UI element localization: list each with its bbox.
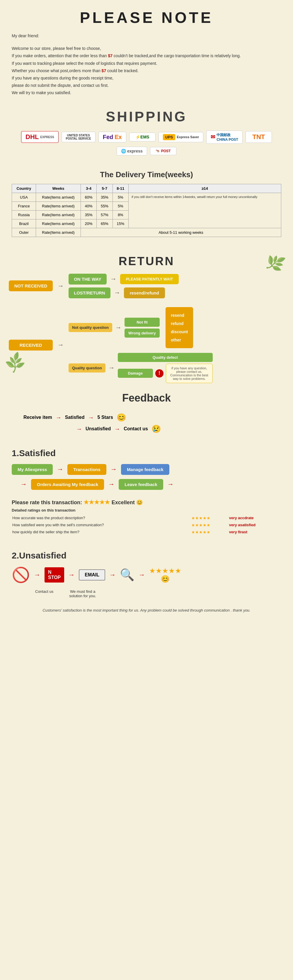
- delivery-table: Country Weeks 3-4 5-7 8-11 ≥14 USA Rate(…: [12, 184, 281, 237]
- please-note-title: PLEASE NOTE: [12, 9, 281, 26]
- ups-logo: UPS Express Saver: [158, 132, 204, 142]
- received-options: Not quality question → Not fit Wrong del…: [68, 307, 213, 383]
- return-section: 🌿 🌿 RETURN NOT RECEIVED → ON THE WAY → P…: [0, 246, 293, 383]
- unsatisfied-title: 2.Unsatisfied: [12, 550, 281, 560]
- steps-row-2: → Orders Awaiting My feedback → Leave fe…: [12, 479, 281, 490]
- rating-label-3: how quickly did the seller ship the item…: [12, 529, 191, 535]
- resend-refund-label: resend/refund: [124, 288, 165, 298]
- not-fit-label: Not fit: [125, 318, 160, 327]
- question-mark: 🔍: [120, 568, 135, 582]
- rating-details: Detailed ratings on this transaction How…: [12, 508, 281, 536]
- arrow-u3: →: [109, 571, 116, 579]
- five-stars-label: 5 Stars: [98, 415, 113, 420]
- delivery-title: The Delivery Time(weeks): [12, 170, 281, 179]
- rating-label-1: How accurate was the product description…: [12, 515, 191, 521]
- dhl-logo: DHL EXPRESS: [21, 131, 58, 143]
- lost-return-row: LOST/RETURN → resend/refund: [68, 288, 179, 298]
- satisfied-section: 1.Satisfied My Aliexpress → Transactions…: [0, 442, 293, 496]
- rating-row-2: How satisfied were you with the sell's c…: [12, 522, 281, 528]
- feedback-flows: Receive item → Satisfied → 5 Stars 😊 → U…: [12, 413, 281, 434]
- fedex-logo: FedEx: [98, 132, 126, 143]
- rate-france: Rate(Items arrived): [36, 202, 81, 210]
- table-row: USA Rate(Items arrived) 60% 35% 5% if yo…: [12, 193, 281, 202]
- col-country: Country: [12, 184, 36, 193]
- on-the-way-label: ON THE WAY: [68, 274, 107, 285]
- steps-row-1: My Aliexpress → Transactions → Manage fe…: [12, 464, 281, 475]
- chinapost-logo: ✉ 中国邮政CHINA POST: [206, 130, 242, 144]
- stop-sign-box: NSTOP: [44, 567, 64, 582]
- receive-item: Receive item: [24, 415, 52, 420]
- arrow-u4: →: [139, 571, 145, 579]
- shipping-title: SHIPPING: [12, 108, 281, 125]
- manage-feedback-step[interactable]: Manage feedback: [121, 464, 169, 475]
- usps-logo: UNITED STATESPOSTAL SERVICE: [62, 132, 95, 142]
- transactions-step[interactable]: Transactions: [67, 464, 106, 475]
- not-received-options: ON THE WAY → PLEASE PATIENTLY WAIT LOST/…: [68, 274, 179, 298]
- please-note-greeting: My dear friend:: [12, 32, 281, 40]
- country-outer: Outer: [12, 228, 36, 237]
- please-note-section: PLEASE NOTE My dear friend: Welcome to o…: [0, 0, 293, 103]
- lost-return-label: LOST/RETURN: [68, 288, 111, 298]
- col-14plus: ≥14: [128, 184, 281, 193]
- orders-awaiting-step[interactable]: Orders Awaiting My feedback: [31, 479, 104, 490]
- auspost-logo: 🦘 POST: [150, 147, 176, 155]
- rate-title-text: Please rate this transaction:: [12, 500, 82, 505]
- delivery-section: The Delivery Time(weeks) Country Weeks 3…: [0, 170, 293, 246]
- table-row: Outer Rate(Items arrived) About 5-11 wor…: [12, 228, 281, 237]
- contact-us-label: Contact us: [124, 426, 148, 431]
- arrow-step4: →: [108, 480, 114, 488]
- unsatisfied-flow: → Unsatisfied → Contact us 😢: [24, 425, 281, 434]
- rate-russia: Rate(Items arrived): [36, 210, 81, 219]
- detailed-title: Detailed ratings on this transaction: [12, 508, 281, 512]
- rating-row-3: how quickly did the seller ship the item…: [12, 529, 281, 535]
- received-label: RECEIVED: [9, 340, 53, 350]
- quality-defect-label: Quality defect: [118, 353, 213, 362]
- rating-section: Please rate this transaction: ★★★★★ Exce…: [0, 496, 293, 545]
- tnt-logo: TNT: [245, 131, 272, 143]
- outcome-list: resend refund discount other: [166, 307, 193, 348]
- arrow-contact: →: [114, 426, 120, 432]
- rating-table: How accurate was the product description…: [12, 514, 281, 536]
- my-aliexpress-step[interactable]: My Aliexpress: [12, 464, 53, 475]
- happy-emoji: 😊: [117, 413, 126, 422]
- country-brazil: Brazil: [12, 219, 36, 228]
- return-title: RETURN: [0, 246, 293, 274]
- arrow-satisfied: →: [55, 414, 62, 421]
- no-symbol: 🚫: [12, 566, 30, 584]
- find-solution-caption: We must find a solution for you.: [65, 589, 100, 598]
- arrow-step2: →: [111, 466, 117, 473]
- exclamation-icon: !: [155, 369, 163, 377]
- arrow-u1: →: [34, 571, 40, 579]
- stars-rated: ★★★★★: [149, 567, 181, 575]
- footer-note: Customers' satisfaction is the most impo…: [0, 604, 293, 621]
- unsatisfied-label: Unsatisfied: [86, 426, 111, 431]
- leave-feedback-step[interactable]: Leave feedback: [119, 479, 163, 490]
- note-bubble: if you have any question, please contact…: [166, 364, 213, 383]
- quality-branch: Quality question → Quality defect Damage…: [68, 353, 213, 383]
- rating-label-2: How satisfied were you with the sell's c…: [12, 522, 191, 528]
- satisfied-label: Satisfied: [65, 415, 85, 420]
- rate-title-row: Please rate this transaction: ★★★★★ Exce…: [12, 499, 281, 506]
- wrong-delivery-label: Wrong delivery: [125, 329, 160, 337]
- quality-outcomes: Quality defect Damage ! if you have any …: [118, 353, 213, 383]
- verdict-2: very asatisfied: [229, 522, 281, 528]
- unsatisfied-flow-row: 🚫 → NSTOP → EMAIL → 🔍 → ★★★★★ 😊: [12, 566, 281, 584]
- excellent-label: Excellent 😊: [112, 500, 143, 505]
- on-the-way-row: ON THE WAY → PLEASE PATIENTLY WAIT: [68, 274, 179, 285]
- email-box[interactable]: EMAIL: [79, 570, 105, 581]
- contact-us-caption: Contact us: [35, 589, 53, 598]
- rating-stars: ★★★★★: [84, 499, 112, 505]
- smile-emoji: 😊: [161, 575, 169, 583]
- arrow-2: →: [57, 341, 64, 349]
- not-quality-branch: Not quality question → Not fit Wrong del…: [68, 307, 213, 348]
- country-france: France: [12, 202, 36, 210]
- outcome-list-box: resend refund discount other: [166, 307, 193, 348]
- col-5-7: 5-7: [97, 184, 112, 193]
- country-usa: USA: [12, 193, 36, 202]
- not-quality-outcomes: Not fit Wrong delivery: [125, 318, 160, 337]
- arrow-u2: →: [68, 571, 75, 579]
- stop-sign: NSTOP: [44, 567, 64, 582]
- rate-brazil: Rate(Items arrived): [36, 219, 81, 228]
- unsatisfied-labels: Contact us We must find a solution for y…: [12, 589, 281, 598]
- col-weeks: Weeks: [36, 184, 81, 193]
